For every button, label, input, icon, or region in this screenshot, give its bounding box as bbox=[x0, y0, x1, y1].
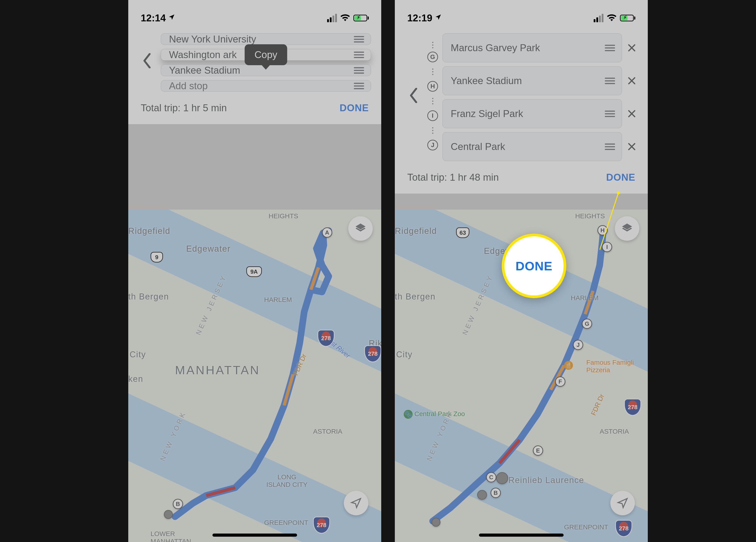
status-bar: 12:19 ⚡︎ bbox=[395, 0, 648, 29]
done-callout-highlight: DONE bbox=[502, 234, 566, 298]
wifi-icon bbox=[340, 12, 350, 24]
done-callout-label: DONE bbox=[516, 259, 552, 273]
battery-icon: ⚡︎ bbox=[353, 15, 369, 21]
status-time: 12:14 bbox=[141, 12, 166, 24]
callout-anchor-dot bbox=[617, 191, 620, 195]
home-indicator[interactable] bbox=[479, 534, 564, 537]
status-bar: 12:14 ⚡︎ bbox=[128, 0, 381, 29]
signal-icon bbox=[594, 14, 603, 22]
screenshot-left: New York University Washington ark Copy … bbox=[128, 0, 381, 542]
location-arrow-icon bbox=[168, 13, 175, 23]
home-indicator[interactable] bbox=[212, 534, 297, 537]
signal-icon bbox=[327, 14, 337, 22]
location-arrow-icon bbox=[435, 13, 442, 23]
screenshot-right: G H I J Marcus Garvey Park bbox=[395, 0, 648, 542]
wifi-icon bbox=[607, 12, 617, 24]
status-time: 12:19 bbox=[407, 12, 432, 24]
battery-icon: ⚡︎ bbox=[620, 15, 635, 21]
modal-scrim bbox=[128, 0, 381, 542]
